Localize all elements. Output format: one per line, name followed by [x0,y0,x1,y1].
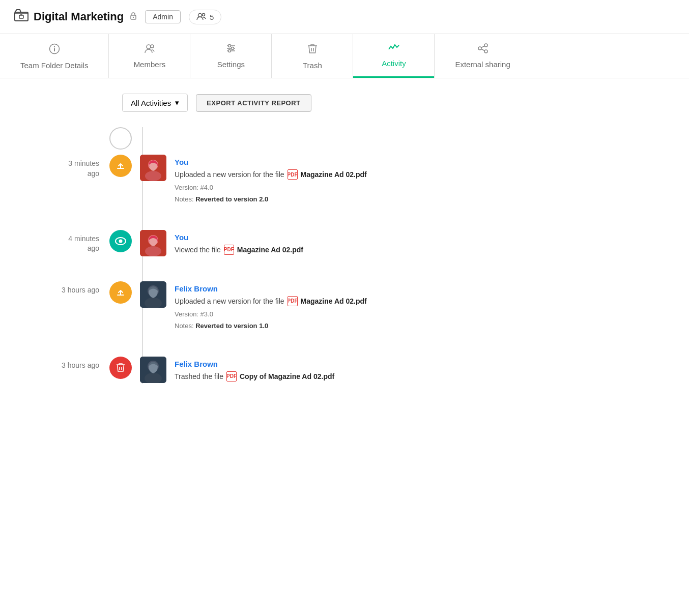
external-sharing-icon [477,43,489,56]
settings-icon [225,43,237,56]
filter-label: All Activities [131,99,171,107]
main-content: All Activities ▾ EXPORT ACTIVITY REPORT … [0,78,689,423]
avatar [140,230,166,256]
tab-label: Settings [217,60,245,69]
lock-icon [130,12,137,22]
tab-activity[interactable]: Activity [353,34,435,78]
folder-name: Digital Marketing [34,10,124,23]
svg-point-29 [119,239,123,243]
file-name: Magazine Ad 02.pdf [301,297,367,305]
svg-point-10 [151,45,154,48]
event-meta: Version: #3.0 Notes: Reverted to version… [175,308,669,332]
time-label: 3 minutesago [20,155,109,179]
activity-icon [388,43,399,55]
desc-text: Trashed the file [175,372,223,380]
svg-line-22 [481,46,484,48]
event-description: Uploaded a new version for the file PDF … [175,169,669,180]
desc-text: Viewed the file [175,246,221,254]
activity-toolbar: All Activities ▾ EXPORT ACTIVITY REPORT [122,94,669,112]
svg-point-16 [228,50,231,52]
event-description: Trashed the file PDF Copy of Magazine Ad… [175,371,669,382]
svg-point-14 [228,45,231,47]
tab-label: Team Folder Details [20,61,88,70]
activity-item: 3 hours ago Felix Brown [20,357,669,384]
svg-point-32 [145,246,161,256]
time-label: 3 hours ago [20,281,109,296]
svg-point-3 [133,17,134,18]
chevron-down-icon: ▾ [175,98,179,107]
event-user[interactable]: You [175,233,669,242]
trash-icon [307,43,318,57]
avatar [140,357,166,383]
file-name: Magazine Ad 02.pdf [237,246,303,254]
event-description: Uploaded a new version for the file PDF … [175,296,669,306]
tab-team-folder-details[interactable]: Team Folder Details [0,34,109,78]
tab-label: External sharing [455,60,510,69]
filter-dropdown[interactable]: All Activities ▾ [122,94,188,112]
svg-point-19 [484,44,487,47]
info-icon [49,43,60,57]
svg-point-9 [147,45,151,49]
tab-members[interactable]: Members [109,34,190,78]
file-name: Copy of Magazine Ad 02.pdf [240,372,334,380]
trash-dot [109,357,132,379]
pdf-icon: PDF [288,169,298,180]
members-badge[interactable]: 5 [189,10,221,24]
members-tab-icon [144,43,155,56]
timeline-top-circle [109,127,132,150]
event-user[interactable]: Felix Brown [175,284,669,293]
tab-label: Members [134,60,166,69]
activity-item: 3 hours ago Felix Brown U [20,281,669,332]
desc-text: Uploaded a new version for the file [175,170,284,179]
folder-icon [14,9,28,24]
svg-line-23 [481,49,484,51]
event-content: Felix Brown Trashed the file PDF Copy of… [175,357,669,384]
svg-point-8 [53,46,54,47]
members-icon [196,12,207,22]
tab-external-sharing[interactable]: External sharing [435,34,530,78]
event-meta: Version: #4.0 Notes: Reverted to version… [175,182,669,206]
time-label: 3 hours ago [20,357,109,371]
event-description: Viewed the file PDF Magazine Ad 02.pdf [175,245,669,255]
event-content: Felix Brown Uploaded a new version for t… [175,281,669,332]
svg-point-26 [145,171,161,181]
export-button[interactable]: EXPORT ACTIVITY REPORT [196,94,311,112]
pdf-icon: PDF [224,245,234,255]
svg-point-20 [484,50,487,53]
file-name: Magazine Ad 02.pdf [301,170,367,179]
svg-point-5 [202,13,205,16]
page-header: Digital Marketing Admin 5 [0,0,689,34]
view-dot [109,230,132,252]
activity-item: 3 minutesago You Uploaded [20,155,669,206]
desc-text: Uploaded a new version for the file [175,297,284,305]
avatar [140,155,166,181]
pdf-icon: PDF [288,296,298,306]
svg-point-15 [231,47,234,50]
folder-title: Digital Marketing [14,9,137,24]
event-user[interactable]: Felix Brown [175,360,669,368]
activity-item: 4 minutesago You Viewed t [20,230,669,257]
upload-dot [109,281,132,304]
members-count: 5 [210,13,214,21]
tab-bar: Team Folder Details Members Settings [0,34,689,78]
tab-settings[interactable]: Settings [190,34,272,78]
svg-point-21 [478,47,481,50]
tab-label: Trash [303,61,322,70]
event-user[interactable]: You [175,158,669,166]
activity-timeline: 3 minutesago You Uploaded [20,127,669,384]
avatar [140,281,166,308]
time-label: 4 minutesago [20,230,109,254]
tab-label: Activity [382,59,406,68]
event-content: You Uploaded a new version for the file … [175,155,669,206]
event-content: You Viewed the file PDF Magazine Ad 02.p… [175,230,669,257]
tab-trash[interactable]: Trash [272,34,353,78]
admin-badge: Admin [145,10,181,23]
pdf-icon: PDF [226,371,237,382]
upload-dot [109,155,132,177]
svg-rect-1 [19,15,23,18]
